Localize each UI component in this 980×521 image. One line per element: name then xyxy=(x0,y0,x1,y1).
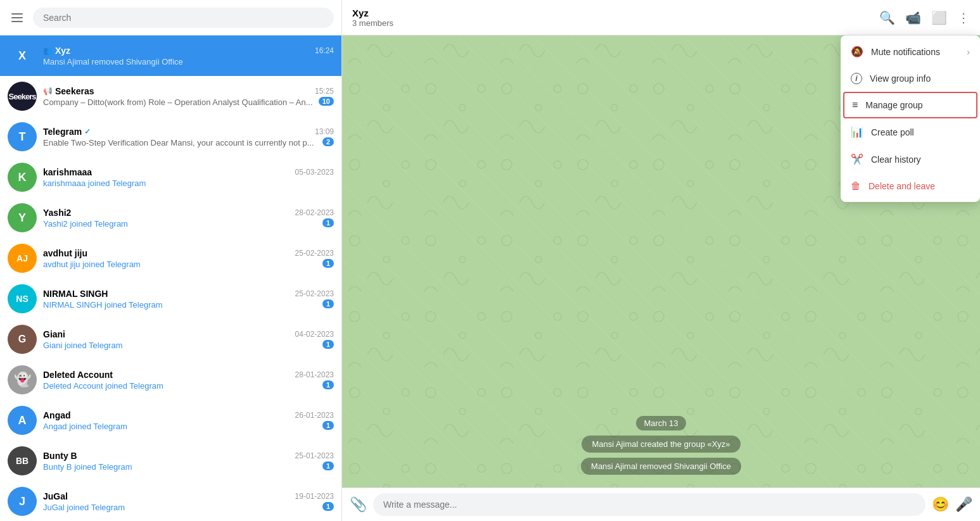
menu-item-view_info[interactable]: i View group info xyxy=(841,65,980,92)
system-message-2: Mansi Ajimal removed Shivangii Office xyxy=(581,458,741,475)
chat-name: Giani xyxy=(43,329,65,339)
date-badge: March 13 xyxy=(636,416,685,430)
avatar: A xyxy=(8,406,37,435)
poll-icon: 📊 xyxy=(851,126,863,138)
hamburger-icon xyxy=(11,13,23,22)
chat-list: X 👥 Xyz 16:24 Mansi Ajimal removed Shiva… xyxy=(0,35,341,521)
unread-badge: 1 xyxy=(322,502,334,511)
chat-time: 28-02-2023 xyxy=(295,208,334,217)
chat-content: JuGal 19-01-2023 JuGal joined Telegram 1 xyxy=(43,491,334,512)
chat-name: karishmaaa xyxy=(43,167,92,177)
attach-button[interactable]: 📎 xyxy=(350,496,367,513)
chat-header-info: Xyz 3 members xyxy=(352,8,393,28)
chat-item-xyz[interactable]: X 👥 Xyz 16:24 Mansi Ajimal removed Shiva… xyxy=(0,35,341,76)
chat-name: 📢 Seekeras xyxy=(43,86,94,96)
avatar: J xyxy=(8,487,37,516)
chat-top: Bunty B 25-01-2023 xyxy=(43,451,334,461)
mute-icon: 🔕 xyxy=(851,46,863,58)
chat-name: 👥 Xyz xyxy=(43,46,70,56)
info-icon: i xyxy=(851,73,862,84)
chat-item-deleted[interactable]: 👻 Deleted Account 28-01-2023 Deleted Acc… xyxy=(0,360,341,400)
chat-time: 25-01-2023 xyxy=(295,451,334,460)
chat-top: Giani 04-02-2023 xyxy=(43,329,334,339)
unread-badge: 2 xyxy=(322,137,334,146)
input-area: 📎 😊 🎤 xyxy=(342,487,980,521)
chat-content: Telegram✓ 13:09 Enable Two-Step Verifica… xyxy=(43,127,334,148)
unread-badge: 1 xyxy=(322,380,334,389)
avatar: X xyxy=(8,41,37,70)
menu-item-label: Create poll xyxy=(871,127,914,137)
chat-content: Deleted Account 28-01-2023 Deleted Accou… xyxy=(43,370,334,391)
chat-content: 📢 Seekeras 15:25 Company – Ditto(work fr… xyxy=(43,86,334,107)
chat-subtitle: 3 members xyxy=(352,18,393,28)
chat-content: Yashi2 28-02-2023 Yashi2 joined Telegram… xyxy=(43,208,334,229)
chat-preview: Company – Ditto(work from) Role – Operat… xyxy=(43,97,313,107)
chat-preview: Mansi Ajimal removed Shivangii Office xyxy=(43,57,183,66)
more-button[interactable]: ⋮ xyxy=(957,10,970,25)
chat-header-actions: 🔍 📹 ⬜ ⋮ xyxy=(879,10,970,25)
chat-item-avdhut[interactable]: AJ avdhut jiju 25-02-2023 avdhut jiju jo… xyxy=(0,238,341,279)
video-button[interactable]: 📹 xyxy=(905,10,921,25)
chat-top: Deleted Account 28-01-2023 xyxy=(43,370,334,380)
unread-badge: 1 xyxy=(322,461,334,470)
chat-item-telegram[interactable]: T Telegram✓ 13:09 Enable Two-Step Verifi… xyxy=(0,116,341,157)
menu-button[interactable] xyxy=(8,9,27,26)
chat-name: Angad xyxy=(43,410,71,420)
chat-preview: Angad joined Telegram xyxy=(43,422,127,431)
chat-header: Xyz 3 members 🔍 📹 ⬜ ⋮ xyxy=(342,0,980,35)
chat-time: 28-01-2023 xyxy=(295,370,334,379)
chat-preview: Deleted Account joined Telegram xyxy=(43,381,163,391)
chat-content: NIRMAL SINGH 25-02-2023 NIRMAL SINGH joi… xyxy=(43,289,334,310)
chat-name: NIRMAL SINGH xyxy=(43,289,108,299)
chat-name: Telegram✓ xyxy=(43,127,91,137)
chat-name: avdhut jiju xyxy=(43,248,87,258)
chat-preview: avdhut jiju joined Telegram xyxy=(43,260,141,269)
chat-time: 25-02-2023 xyxy=(295,289,334,298)
manage-icon: ≡ xyxy=(852,99,858,111)
chat-top: JuGal 19-01-2023 xyxy=(43,491,334,501)
menu-item-manage[interactable]: ≡ Manage group xyxy=(843,92,977,118)
search-input[interactable] xyxy=(33,8,334,28)
chat-item-yashi2[interactable]: Y Yashi2 28-02-2023 Yashi2 joined Telegr… xyxy=(0,198,341,238)
chat-top: avdhut jiju 25-02-2023 xyxy=(43,248,334,258)
chat-item-buntyb[interactable]: BB Bunty B 25-01-2023 Bunty B joined Tel… xyxy=(0,441,341,481)
chat-name: Bunty B xyxy=(43,451,77,461)
columns-button[interactable]: ⬜ xyxy=(931,10,947,25)
chat-time: 26-01-2023 xyxy=(295,411,334,420)
avatar: Seekers xyxy=(8,82,37,111)
chat-time: 13:09 xyxy=(315,127,334,136)
emoji-button[interactable]: 😊 xyxy=(932,496,949,513)
chat-content: Angad 26-01-2023 Angad joined Telegram 1 xyxy=(43,410,334,431)
chat-content: Giani 04-02-2023 Giani joined Telegram 1 xyxy=(43,329,334,350)
message-input[interactable] xyxy=(373,493,926,516)
arrow-icon: › xyxy=(967,47,970,57)
chat-item-jugal[interactable]: J JuGal 19-01-2023 JuGal joined Telegram… xyxy=(0,481,341,521)
menu-item-delete[interactable]: 🗑 Delete and leave xyxy=(841,173,980,199)
chat-item-angad[interactable]: A Angad 26-01-2023 Angad joined Telegram… xyxy=(0,400,341,441)
chat-item-karishmaaa[interactable]: K karishmaaa 05-03-2023 karishmaaa joine… xyxy=(0,157,341,198)
menu-item-poll[interactable]: 📊 Create poll xyxy=(841,118,980,146)
unread-badge: 1 xyxy=(322,218,334,227)
search-button[interactable]: 🔍 xyxy=(879,10,895,25)
unread-badge: 1 xyxy=(322,340,334,349)
mic-button[interactable]: 🎤 xyxy=(955,496,972,513)
chat-time: 19-01-2023 xyxy=(295,492,334,501)
chat-content: avdhut jiju 25-02-2023 avdhut jiju joine… xyxy=(43,248,334,269)
unread-badge: 1 xyxy=(322,421,334,430)
chat-item-nirmal[interactable]: NS NIRMAL SINGH 25-02-2023 NIRMAL SINGH … xyxy=(0,279,341,319)
chat-top: NIRMAL SINGH 25-02-2023 xyxy=(43,289,334,299)
chat-item-seekeras[interactable]: Seekers 📢 Seekeras 15:25 Company – Ditto… xyxy=(0,76,341,116)
main-chat: Xyz 3 members 🔍 📹 ⬜ ⋮ March 13 Mansi Aji… xyxy=(342,0,980,521)
chat-preview: Enable Two-Step Verification Dear Mansi,… xyxy=(43,138,314,148)
messages-content: March 13 Mansi Ajimal created the group … xyxy=(342,410,980,481)
menu-item-mute[interactable]: 🔕 Mute notifications › xyxy=(841,38,980,65)
menu-item-clear[interactable]: ✂️ Clear history xyxy=(841,146,980,173)
verified-icon: ✓ xyxy=(84,127,91,136)
chat-name: Deleted Account xyxy=(43,370,113,380)
chat-content: 👥 Xyz 16:24 Mansi Ajimal removed Shivang… xyxy=(43,46,334,66)
delete-icon: 🗑 xyxy=(851,180,861,192)
avatar: BB xyxy=(8,446,37,475)
chat-item-giani[interactable]: G Giani 04-02-2023 Giani joined Telegram… xyxy=(0,319,341,360)
chat-time: 05-03-2023 xyxy=(295,168,334,177)
avatar: T xyxy=(8,122,37,151)
